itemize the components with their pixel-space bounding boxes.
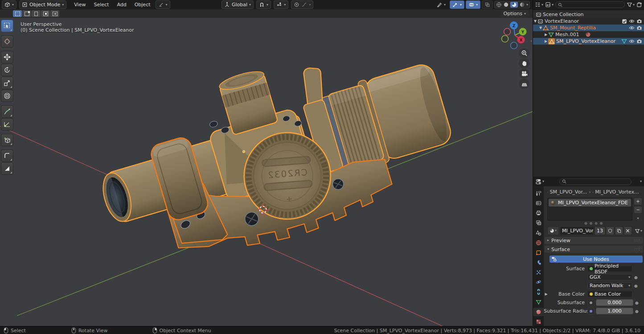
base-color-input[interactable]: Base Color bbox=[587, 291, 632, 297]
tool-select-box[interactable] bbox=[1, 20, 13, 32]
material-specials-dropdown[interactable]: ▾ bbox=[635, 228, 642, 234]
tab-view-layer[interactable] bbox=[533, 219, 544, 227]
tool-cursor[interactable] bbox=[1, 35, 13, 48]
subsurface-radius-socket-button[interactable] bbox=[587, 308, 595, 315]
tool-transform[interactable] bbox=[1, 90, 13, 102]
hide-eye-toggle[interactable] bbox=[629, 18, 635, 24]
shading-material-button[interactable] bbox=[510, 2, 518, 8]
select-mode-invert-button[interactable] bbox=[41, 10, 50, 17]
outliner-row-vortexeleanor[interactable]: ▼ VortexEleanor bbox=[533, 18, 644, 25]
outliner-row-sm-mount-reptilia[interactable]: ▼ SM_Mount_Reptilia bbox=[533, 25, 644, 31]
surface-shader-selector[interactable]: Principled BSDF bbox=[587, 265, 632, 272]
gizmo-neg-y-ball[interactable] bbox=[502, 36, 509, 42]
tool-extra-corner[interactable] bbox=[1, 149, 13, 162]
material-slot-list[interactable]: MI_LPVO_VortexEleanor_FDE bbox=[547, 198, 632, 221]
camera-view-button[interactable] bbox=[519, 69, 529, 78]
breadcrumb-material[interactable]: MI_LPVO_Vortex... bbox=[595, 189, 639, 195]
tab-tool[interactable] bbox=[533, 189, 544, 198]
breadcrumb-object[interactable]: SM_LPVO_Vor... bbox=[550, 189, 587, 195]
select-mode-set-button[interactable] bbox=[13, 10, 22, 17]
slot-specials-dropdown[interactable]: ▾ bbox=[634, 214, 642, 222]
expand-arrow[interactable]: ▶ bbox=[544, 33, 548, 37]
subsurface-radius-slider[interactable]: 1.000 bbox=[596, 308, 633, 314]
tab-modifiers[interactable] bbox=[533, 258, 544, 267]
expand-arrow[interactable]: ▼ bbox=[533, 19, 537, 23]
pin-icon[interactable] bbox=[640, 190, 641, 195]
gizmo-neg-z-ball[interactable] bbox=[511, 42, 517, 49]
tab-output[interactable] bbox=[533, 209, 544, 217]
tab-physics[interactable] bbox=[533, 278, 544, 286]
tool-scale[interactable] bbox=[1, 77, 13, 89]
options-dropdown[interactable]: Options ▾ bbox=[500, 10, 529, 17]
panel-drag-grip[interactable]: ∷∷ bbox=[635, 247, 640, 252]
tab-constraints[interactable] bbox=[533, 288, 544, 296]
tab-particles[interactable] bbox=[533, 268, 544, 276]
shading-wireframe-button[interactable] bbox=[496, 2, 502, 8]
tab-material[interactable] bbox=[533, 308, 544, 316]
gizmo-neg-x-ball[interactable] bbox=[504, 29, 511, 35]
outliner-display-mode-dropdown[interactable]: ▾ bbox=[545, 2, 554, 8]
exclude-checkbox[interactable] bbox=[622, 19, 627, 24]
zoom-button[interactable] bbox=[519, 48, 529, 58]
tab-object[interactable] bbox=[533, 248, 544, 257]
menu-select[interactable]: Select bbox=[90, 2, 113, 8]
use-nodes-button[interactable]: Use Nodes bbox=[550, 256, 643, 263]
outliner-row-scene-collection[interactable]: Scene Collection bbox=[533, 11, 644, 18]
decorator-dot[interactable]: ● bbox=[633, 309, 640, 313]
material-slot-row[interactable]: MI_LPVO_VortexEleanor_FDE bbox=[549, 199, 631, 206]
tool-rotate[interactable] bbox=[1, 64, 13, 76]
surface-panel-header[interactable]: ▾ Surface ∷∷ bbox=[545, 246, 643, 253]
unlink-material-button[interactable] bbox=[624, 227, 632, 235]
expand-arrow[interactable]: ▼ bbox=[538, 26, 543, 30]
menu-add[interactable]: Add bbox=[113, 2, 130, 8]
select-mode-subtract-button[interactable] bbox=[32, 10, 41, 17]
fake-user-shield-button[interactable] bbox=[606, 227, 614, 235]
outliner-editor-type-dropdown[interactable]: ▾ bbox=[535, 2, 543, 8]
add-slot-button[interactable]: + bbox=[634, 198, 642, 205]
select-mode-extend-button[interactable] bbox=[22, 10, 31, 17]
subsurface-method-dropdown[interactable]: Random Walk ▾ bbox=[587, 282, 632, 289]
outliner-search-input[interactable] bbox=[555, 1, 625, 8]
tab-object-data[interactable] bbox=[533, 298, 544, 306]
remove-slot-button[interactable]: − bbox=[634, 206, 642, 214]
properties-options-chevron[interactable]: ▾ bbox=[640, 180, 642, 183]
duplicate-material-button[interactable] bbox=[615, 227, 623, 235]
material-users-count[interactable]: 13 bbox=[595, 227, 605, 235]
pan-button[interactable] bbox=[519, 58, 529, 68]
subsurface-socket-button[interactable] bbox=[587, 299, 595, 306]
expand-arrow[interactable]: ▶ bbox=[544, 39, 548, 43]
shading-rendered-button[interactable] bbox=[519, 2, 525, 8]
scene-canvas[interactable]: CR2032 + bbox=[0, 18, 533, 326]
tool-extra-corner-filled[interactable] bbox=[1, 162, 13, 175]
show-gizmos-toggle[interactable]: ▾ bbox=[450, 0, 464, 9]
outliner-row-mesh-001[interactable]: ▶ Mesh.001 bbox=[533, 31, 644, 38]
expand-arrow[interactable]: ▶ bbox=[544, 292, 549, 296]
disable-render-toggle[interactable] bbox=[636, 25, 642, 31]
tab-scene[interactable] bbox=[533, 229, 544, 237]
menu-view[interactable]: View bbox=[70, 2, 90, 8]
disable-render-toggle[interactable] bbox=[636, 38, 642, 44]
disable-render-toggle[interactable] bbox=[636, 18, 642, 24]
menu-object[interactable]: Object bbox=[131, 2, 155, 8]
shading-solid-button[interactable] bbox=[503, 2, 509, 8]
tool-annotate[interactable] bbox=[1, 105, 13, 118]
xray-toggle[interactable] bbox=[482, 0, 493, 9]
browse-material-dropdown[interactable]: ▾ bbox=[547, 227, 559, 235]
subsurface-slider[interactable]: 0.000 bbox=[596, 299, 633, 306]
preview-panel-header[interactable]: ▸ Preview ∷∷ bbox=[545, 237, 643, 244]
region-collapse-chevron[interactable]: ‹ bbox=[530, 38, 532, 43]
snap-toggle[interactable]: ▾ bbox=[256, 0, 271, 9]
hide-eye-toggle[interactable] bbox=[629, 25, 635, 31]
tool-add-cube[interactable] bbox=[1, 134, 13, 146]
outliner-row-sm-lpvo-vortexeleanor[interactable]: ▶ SM_LPVO_VortexEleanor bbox=[533, 38, 644, 45]
active-tool-dropdown[interactable]: ▾ bbox=[156, 0, 170, 9]
transform-orientation-dropdown[interactable]: Global ▾ bbox=[222, 0, 254, 9]
tool-move[interactable] bbox=[1, 51, 13, 63]
select-mode-intersect-button[interactable] bbox=[50, 10, 59, 17]
perspective-toggle-button[interactable] bbox=[519, 79, 529, 89]
tab-world[interactable] bbox=[533, 239, 544, 247]
hide-eye-toggle[interactable] bbox=[629, 38, 635, 44]
viewport-3d[interactable]: CR2032 + User Perspective (0) Scene Coll… bbox=[0, 18, 533, 326]
proportional-editing-toggle[interactable]: ▾ bbox=[291, 0, 313, 9]
show-overlays-toggle[interactable]: ▾ bbox=[466, 0, 480, 9]
